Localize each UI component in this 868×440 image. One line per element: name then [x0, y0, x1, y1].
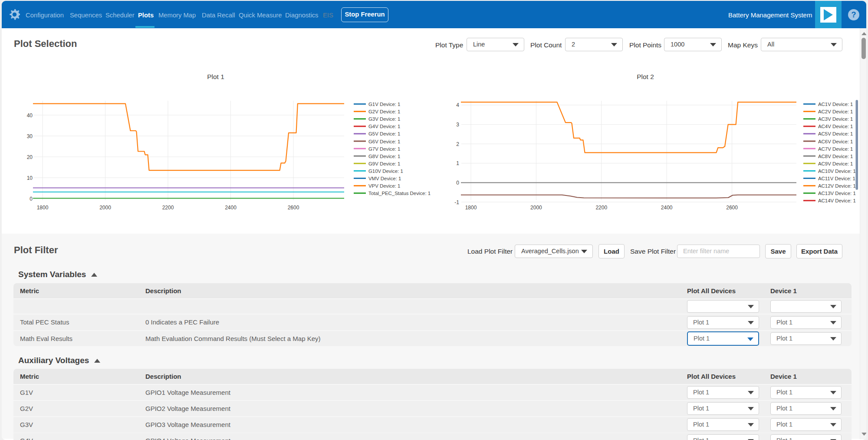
svg-text:2400: 2400	[225, 205, 237, 211]
svg-text:2000: 2000	[530, 205, 542, 211]
svg-text:2600: 2600	[288, 205, 299, 211]
svg-text:10: 10	[27, 175, 33, 181]
svg-text:AC7V Device: 1: AC7V Device: 1	[818, 146, 853, 152]
svg-text:2400: 2400	[661, 205, 673, 211]
svg-text:30: 30	[27, 133, 33, 139]
svg-text:2200: 2200	[162, 205, 174, 211]
svg-text:3: 3	[456, 122, 459, 128]
svg-text:2000: 2000	[99, 205, 111, 211]
svg-text:1800: 1800	[37, 205, 49, 211]
svg-text:AC13V Device: 1: AC13V Device: 1	[818, 191, 856, 196]
svg-text:AC3V Device: 1: AC3V Device: 1	[818, 116, 853, 122]
svg-text:Total_PEC_Status Device: 1: Total_PEC_Status Device: 1	[368, 191, 431, 196]
svg-text:AC8V Device: 1: AC8V Device: 1	[818, 154, 853, 159]
svg-text:AC14V Device: 1: AC14V Device: 1	[818, 198, 856, 203]
svg-text:Plot 1: Plot 1	[207, 73, 224, 80]
svg-text:AC12V Device: 1: AC12V Device: 1	[818, 183, 856, 189]
svg-text:G5V Device: 1: G5V Device: 1	[368, 131, 400, 136]
svg-text:4: 4	[456, 102, 459, 108]
svg-text:G6V Device: 1: G6V Device: 1	[368, 139, 400, 144]
svg-text:1800: 1800	[465, 205, 477, 211]
svg-text:0: 0	[456, 180, 459, 186]
svg-text:G1V Device: 1: G1V Device: 1	[368, 102, 400, 107]
svg-text:G2V Device: 1: G2V Device: 1	[368, 109, 400, 114]
svg-text:2600: 2600	[726, 205, 738, 211]
svg-text:2: 2	[456, 141, 459, 147]
svg-text:G7V Device: 1: G7V Device: 1	[368, 146, 400, 152]
svg-text:AC4V Device: 1: AC4V Device: 1	[818, 124, 853, 129]
svg-text:G8V Device: 1: G8V Device: 1	[368, 154, 400, 159]
svg-text:AC2V Device: 1: AC2V Device: 1	[818, 109, 853, 114]
svg-text:1: 1	[456, 160, 459, 166]
svg-text:G10V Device: 1: G10V Device: 1	[368, 169, 403, 174]
svg-text:G4V Device: 1: G4V Device: 1	[368, 124, 400, 129]
svg-text:VMV Device: 1: VMV Device: 1	[368, 176, 401, 181]
svg-text:AC6V Device: 1: AC6V Device: 1	[818, 139, 853, 144]
svg-text:0: 0	[30, 196, 33, 202]
svg-text:G3V Device: 1: G3V Device: 1	[368, 116, 400, 122]
svg-text:-1: -1	[454, 199, 459, 205]
svg-text:AC1V Device: 1: AC1V Device: 1	[818, 102, 853, 107]
svg-text:AC10V Device: 1: AC10V Device: 1	[818, 169, 856, 174]
svg-text:AC11V Device: 1: AC11V Device: 1	[818, 176, 855, 181]
svg-text:40: 40	[27, 112, 33, 119]
svg-text:AC5V Device: 1: AC5V Device: 1	[818, 131, 853, 136]
svg-text:2200: 2200	[595, 205, 607, 211]
svg-text:20: 20	[27, 154, 33, 160]
svg-text:G9V Device: 1: G9V Device: 1	[368, 161, 400, 166]
svg-text:AC9V Device: 1: AC9V Device: 1	[818, 161, 853, 166]
svg-text:VPV Device: 1: VPV Device: 1	[368, 183, 400, 189]
svg-text:Plot 2: Plot 2	[637, 73, 654, 80]
